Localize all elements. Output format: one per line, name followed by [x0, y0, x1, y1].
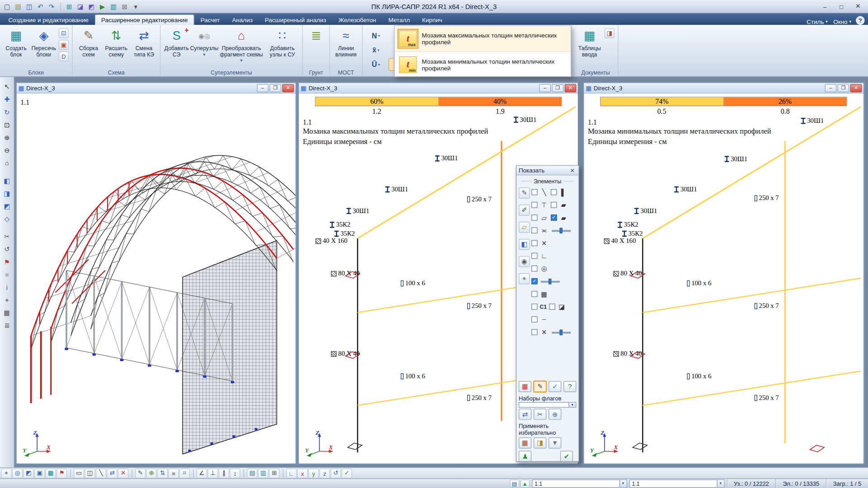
tab-metal[interactable]: Металл: [382, 14, 416, 25]
axis-z-icon[interactable]: z: [319, 468, 330, 478]
mosaic-x-button[interactable]: x̄▾: [365, 44, 387, 56]
tab-calculation[interactable]: Расчет: [194, 14, 226, 25]
report-book-icon[interactable]: ▥: [108, 1, 118, 11]
mosaic-tmin-menu-item[interactable]: tmin Мозаика минимальных толщин металлич…: [394, 51, 571, 77]
filter-apply-button[interactable]: ▼: [549, 437, 561, 449]
save-icon[interactable]: ◫: [24, 1, 34, 11]
mark-elements-icon[interactable]: ◩: [23, 468, 33, 478]
show-local-axes-checkbox[interactable]: [531, 253, 537, 259]
rotate-view-icon[interactable]: ↻: [1, 107, 13, 118]
style-menu[interactable]: Стиль▾: [807, 18, 828, 25]
export-model-icon[interactable]: ◩: [86, 1, 96, 11]
show-thickness-checkbox[interactable]: ✓: [531, 278, 537, 284]
help-button[interactable]: ?: [563, 381, 576, 392]
angle-icon[interactable]: ∠: [197, 468, 207, 478]
draw-plate-tool[interactable]: ▱: [519, 222, 530, 233]
minimize-button[interactable]: –: [825, 84, 836, 92]
soil-model-button[interactable]: ≣: [305, 26, 327, 66]
palette-titlebar[interactable]: Показать ✕: [516, 166, 578, 176]
restore-button[interactable]: ❐: [270, 84, 282, 92]
swap-flags-button[interactable]: ⇄: [519, 409, 531, 420]
show-rigid-bodies-checkbox[interactable]: [549, 304, 555, 310]
show-secondary-checkbox[interactable]: [531, 329, 537, 335]
show-rods-checkbox[interactable]: [531, 189, 537, 195]
view-combo[interactable]: 1.1 ▾: [532, 479, 627, 488]
select-frame-icon[interactable]: ▭: [74, 468, 84, 478]
table-icon[interactable]: ▤: [247, 468, 257, 478]
minimize-button[interactable]: –: [257, 84, 268, 92]
user-apply-button[interactable]: ♟: [519, 451, 531, 462]
pack-model-icon[interactable]: ⊞: [64, 1, 74, 11]
thickness-slider[interactable]: [541, 278, 560, 285]
block-table-button[interactable]: D: [59, 51, 69, 61]
restore-button[interactable]: ❐: [552, 84, 563, 92]
show-sections-checkbox[interactable]: [551, 202, 557, 208]
pan-icon[interactable]: ✚: [1, 94, 13, 105]
customize-qat-icon[interactable]: ▾: [131, 1, 141, 11]
axis-icon[interactable]: ↕: [230, 468, 240, 478]
clear-selection-icon[interactable]: ✕: [118, 468, 128, 478]
polyfilter-icon[interactable]: ⚑: [56, 468, 67, 478]
initial-view-icon[interactable]: ⌂: [1, 158, 13, 169]
mosaic-u-button[interactable]: Ū▾: [365, 58, 387, 71]
help-icon[interactable]: ?: [856, 16, 865, 25]
show-dashed-checkbox[interactable]: [531, 316, 537, 322]
minimize-button[interactable]: –: [539, 84, 551, 92]
delete-block-button[interactable]: ▣: [59, 40, 69, 50]
input-tables-button[interactable]: ▦Таблицы ввода: [576, 26, 603, 66]
close-button[interactable]: ✕: [850, 84, 862, 92]
create-block-button[interactable]: ▦Создать блок: [2, 26, 30, 66]
grid-apply-button[interactable]: ▦: [519, 437, 531, 449]
draw-angle-tool[interactable]: ✐: [519, 204, 530, 216]
scheme-status-icon[interactable]: ▤: [510, 479, 519, 488]
mark-blocks-icon[interactable]: ▦: [45, 468, 56, 478]
show-c1-checkbox[interactable]: [531, 304, 537, 310]
window-titlebar[interactable]: ▦ Direct-X_3 – ❐ ✕: [584, 83, 863, 93]
close-button[interactable]: ✕: [565, 84, 577, 92]
close-button[interactable]: ✕: [282, 84, 294, 92]
eye-tool[interactable]: ◉: [519, 256, 530, 267]
lock-icon[interactable]: ⊠: [120, 1, 130, 11]
show-profiles-checkbox[interactable]: ✓: [551, 214, 557, 220]
loadcase-combo[interactable]: 1.1 ▾: [629, 479, 724, 488]
draw-line-tool[interactable]: ✎: [519, 187, 530, 199]
reset-ucs-icon[interactable]: ↺: [330, 468, 341, 478]
show-plates-checkbox[interactable]: [531, 214, 537, 220]
size-slider[interactable]: [552, 227, 571, 234]
add-nodes-to-se-button[interactable]: ∷Добавить узлы к СУ: [265, 26, 300, 66]
cut-flags-button[interactable]: ✂: [534, 409, 546, 420]
report-button[interactable]: ◨: [605, 28, 615, 38]
info-icon[interactable]: i: [1, 282, 13, 293]
change-fe-type-button[interactable]: ⇄Смена типа КЭ: [130, 26, 158, 66]
window-titlebar[interactable]: ▦ Direct-X_3 – ❐ ✕: [299, 83, 578, 93]
show-links-checkbox[interactable]: [531, 228, 537, 233]
tab-advanced-analysis[interactable]: Расширенный анализ: [259, 14, 333, 25]
move-node-icon[interactable]: ⇅: [157, 468, 168, 478]
stamp-flags-button[interactable]: ⊕: [549, 409, 561, 420]
assemble-scheme-button[interactable]: ✎Сборка схем: [75, 26, 102, 66]
maximize-button[interactable]: □: [834, 1, 849, 11]
view-top-icon[interactable]: ◩: [1, 201, 13, 212]
close-button[interactable]: ✕: [850, 1, 866, 11]
measure-tool[interactable]: ⌖: [519, 273, 530, 284]
view-side-icon[interactable]: ◨: [1, 188, 13, 200]
model-3d-viewport[interactable]: 1.1 Z Y X: [17, 93, 296, 464]
unstitch-scheme-button[interactable]: ⇅Расшить схему: [103, 26, 130, 66]
mark-nodes-icon[interactable]: ◎: [12, 468, 23, 478]
measure-icon[interactable]: ⌖: [1, 295, 13, 306]
supernodes-button[interactable]: ◉◎Суперузлы▾: [190, 26, 218, 66]
select-arrow-icon[interactable]: ↖: [1, 81, 13, 93]
doc-icon[interactable]: ▥: [258, 468, 268, 478]
run-calculation-icon[interactable]: ▶: [98, 1, 108, 11]
flags-icon[interactable]: ⚑: [1, 256, 13, 268]
mosaic-tmax-menu-item[interactable]: tmax Мозаика максимальных толщин металли…: [394, 26, 571, 51]
minimize-button[interactable]: –: [817, 1, 832, 11]
add-node-icon[interactable]: ⊕: [146, 468, 156, 478]
restore-button[interactable]: ❐: [838, 84, 849, 92]
zoom-window-icon[interactable]: ⊡: [1, 120, 13, 131]
grid-icon[interactable]: ⌗: [1, 270, 13, 281]
select-nodes-icon[interactable]: ⌖: [1, 468, 11, 478]
fragment-icon[interactable]: ✂: [1, 231, 13, 242]
confirm-selection-icon[interactable]: ✓: [342, 468, 352, 478]
render-icon[interactable]: ▦: [1, 307, 13, 319]
